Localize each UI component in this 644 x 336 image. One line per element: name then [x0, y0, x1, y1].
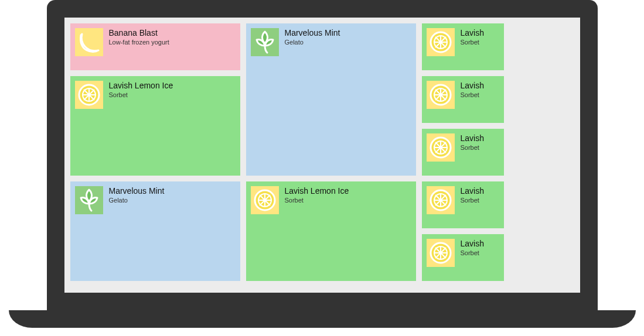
tile-title: Lavish	[461, 186, 484, 197]
tile-lavish-lemon-ice[interactable]: Lavish Lemon Ice Sorbet	[246, 181, 416, 281]
tile-title: Banana Blast	[109, 28, 169, 39]
lemon-icon	[427, 186, 455, 214]
tile-subtitle: Low-fat frozen yogurt	[109, 39, 169, 47]
laptop-lid: Banana Blast Low-fat frozen yogurt Lavis…	[47, 0, 598, 310]
tile-lavish-lemon-ice[interactable]: Lavish Lemon Ice Sorbet	[70, 76, 240, 176]
banana-icon	[75, 28, 103, 56]
tile-subtitle: Gelato	[285, 39, 340, 47]
tile-subtitle: Sorbet	[461, 144, 484, 152]
tile-subtitle: Sorbet	[109, 91, 173, 100]
tile-lavish-small[interactable]: Lavish Sorbet	[422, 129, 504, 176]
tile-subtitle: Sorbet	[461, 197, 484, 205]
tile-title: Lavish	[461, 133, 484, 144]
lemon-icon	[427, 28, 455, 56]
app-screen: Banana Blast Low-fat frozen yogurt Lavis…	[64, 18, 580, 293]
tile-title: Lavish	[461, 239, 484, 249]
mint-icon	[251, 28, 279, 56]
laptop-base	[9, 310, 636, 328]
tile-lavish-small[interactable]: Lavish Sorbet	[422, 234, 504, 281]
lemon-icon	[75, 81, 103, 109]
tile-grid: Banana Blast Low-fat frozen yogurt Lavis…	[70, 23, 574, 287]
tile-title: Lavish Lemon Ice	[109, 81, 173, 91]
tile-subtitle: Sorbet	[461, 249, 484, 258]
tile-title: Marvelous Mint	[109, 186, 165, 197]
tile-marvelous-mint[interactable]: Marvelous Mint Gelato	[246, 23, 416, 176]
tile-banana-blast[interactable]: Banana Blast Low-fat frozen yogurt	[70, 23, 240, 70]
tile-lavish-small[interactable]: Lavish Sorbet	[422, 23, 504, 70]
tile-subtitle: Sorbet	[461, 91, 484, 100]
laptop-frame: Banana Blast Low-fat frozen yogurt Lavis…	[9, 0, 636, 328]
lemon-icon	[427, 239, 455, 267]
tile-marvelous-mint[interactable]: Marvelous Mint Gelato	[70, 181, 240, 281]
tile-subtitle: Gelato	[109, 197, 165, 205]
lemon-icon	[427, 133, 455, 162]
lemon-icon	[251, 186, 279, 214]
tile-title: Lavish	[461, 28, 484, 39]
tile-title: Marvelous Mint	[285, 28, 340, 39]
tile-title: Lavish Lemon Ice	[285, 186, 349, 197]
tile-subtitle: Sorbet	[285, 197, 349, 205]
lemon-icon	[427, 81, 455, 109]
tile-title: Lavish	[461, 81, 484, 91]
tile-lavish-small[interactable]: Lavish Sorbet	[422, 76, 504, 123]
tile-subtitle: Sorbet	[461, 39, 484, 47]
tile-lavish-small[interactable]: Lavish Sorbet	[422, 181, 504, 228]
mint-icon	[75, 186, 103, 214]
